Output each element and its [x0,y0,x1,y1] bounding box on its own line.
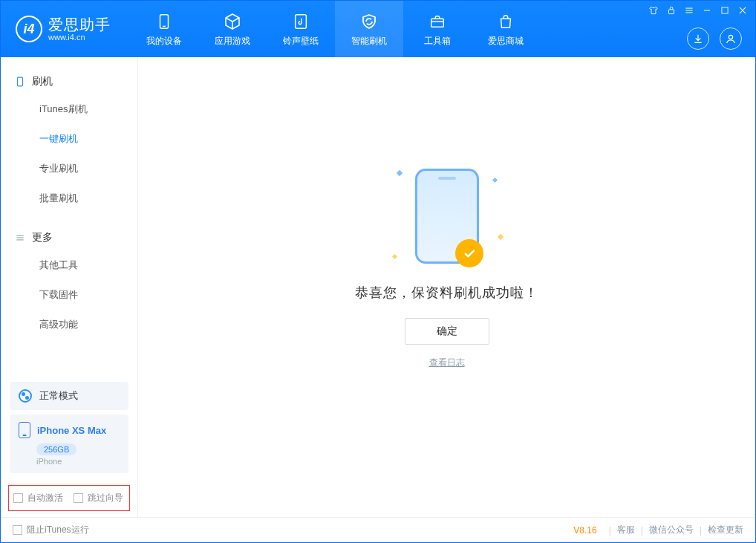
mode-label: 正常模式 [39,389,78,403]
footer-link-support[interactable]: 客服 [617,524,635,536]
svg-rect-4 [669,10,674,14]
window-controls [648,5,748,19]
tshirt-icon[interactable] [648,5,659,19]
cube-icon [222,11,243,32]
account-button[interactable] [720,27,742,50]
nav-store[interactable]: 爱思商城 [472,1,540,57]
logo-glyph-icon: i4 [16,16,42,42]
check-badge-icon [455,239,483,267]
nav-toolbox[interactable]: 工具箱 [403,1,472,57]
nav-ringtones-wallpapers[interactable]: 铃声壁纸 [267,1,335,57]
sidebar-section-flash: 刷机 [1,69,137,94]
brand-name: 爱思助手 [48,16,111,33]
maximize-icon[interactable] [720,5,730,19]
sidebar-item-download-firmware[interactable]: 下载固件 [1,280,137,310]
refresh-shield-icon [359,11,379,32]
body: 刷机 iTunes刷机 一键刷机 专业刷机 批量刷机 更多 其他工具 下载固件 … [1,57,755,517]
footer-link-update[interactable]: 检查更新 [708,524,743,536]
music-file-icon [290,11,311,32]
mode-icon [19,389,32,403]
checkbox-icon [13,525,22,535]
sidebar-item-itunes-flash[interactable]: iTunes刷机 [1,94,137,124]
view-log-link[interactable]: 查看日志 [429,357,465,369]
footer: 阻止iTunes运行 V8.16 | 客服 | 微信公众号 | 检查更新 [1,517,755,542]
content-area: 恭喜您，保资料刷机成功啦！ 确定 查看日志 [138,57,755,517]
logo: i4 爱思助手 www.i4.cn [16,16,111,42]
download-button[interactable] [687,27,709,50]
sidebar-item-oneclick-flash[interactable]: 一键刷机 [1,124,137,154]
minimize-icon[interactable] [702,5,712,19]
ok-button[interactable]: 确定 [405,318,489,345]
header-actions [687,27,742,50]
sidebar-item-batch-flash[interactable]: 批量刷机 [1,183,137,213]
checkbox-icon [13,493,23,503]
sidebar-item-advanced[interactable]: 高级功能 [1,310,137,339]
device-type: iPhone [36,457,120,466]
app-window: i4 爱思助手 www.i4.cn 我的设备 应用游戏 [0,0,756,543]
list-icon [14,233,25,244]
menu-icon[interactable] [684,5,694,19]
device-card[interactable]: iPhone XS Max 256GB iPhone [10,414,128,473]
header: i4 爱思助手 www.i4.cn 我的设备 应用游戏 [1,1,755,57]
version-label: V8.16 [573,525,596,536]
svg-rect-3 [431,19,444,27]
nav-smart-flash[interactable]: 智能刷机 [335,1,403,57]
checkbox-auto-activate[interactable]: 自动激活 [13,492,63,504]
brand-url: www.i4.cn [48,33,111,42]
sidebar-item-pro-flash[interactable]: 专业刷机 [1,154,137,183]
main-nav: 我的设备 应用游戏 铃声壁纸 智能刷机 [130,1,540,57]
device-name: iPhone XS Max [37,425,106,436]
svg-rect-9 [722,7,728,13]
nav-apps-games[interactable]: 应用游戏 [198,1,267,57]
checkbox-icon [74,493,83,503]
device-capacity: 256GB [36,443,76,455]
svg-point-12 [729,35,732,39]
mode-indicator[interactable]: 正常模式 [10,382,128,410]
sidebar-section-more: 更多 [1,225,137,250]
lock-icon[interactable] [666,5,677,19]
bag-icon [495,11,516,32]
device-icon [154,11,175,32]
phone-small-icon [14,77,25,88]
success-illustration [384,160,510,272]
footer-link-wechat[interactable]: 微信公众号 [649,524,694,536]
device-phone-icon [19,422,30,438]
svg-rect-13 [17,77,22,86]
nav-my-device[interactable]: 我的设备 [130,1,198,57]
svg-rect-2 [296,14,307,27]
sidebar: 刷机 iTunes刷机 一键刷机 专业刷机 批量刷机 更多 其他工具 下载固件 … [1,57,138,517]
close-icon[interactable] [737,5,748,19]
flash-options-highlight: 自动激活 跳过向导 [8,485,130,511]
sidebar-item-other-tools[interactable]: 其他工具 [1,250,137,280]
success-message: 恭喜您，保资料刷机成功啦！ [355,284,538,302]
checkbox-block-itunes[interactable]: 阻止iTunes运行 [13,524,89,536]
toolbox-icon [427,11,448,32]
checkbox-skip-guide[interactable]: 跳过向导 [74,492,123,504]
